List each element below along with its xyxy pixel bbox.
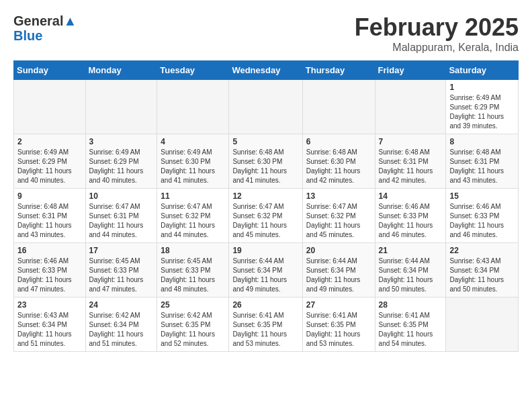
- calendar-cell: 18Sunrise: 6:45 AMSunset: 6:33 PMDayligh…: [157, 243, 229, 298]
- day-number: 24: [89, 300, 154, 310]
- calendar-cell: 1Sunrise: 6:49 AMSunset: 6:29 PMDaylight…: [446, 80, 519, 134]
- sunrise-text: Sunrise: 6:49 AM: [161, 148, 212, 156]
- calendar-header-thursday: Thursday: [302, 61, 375, 80]
- daylight-text: Daylight: 11 hours and 45 minutes.: [232, 222, 287, 238]
- calendar-table: SundayMondayTuesdayWednesdayThursdayFrid…: [13, 60, 519, 352]
- calendar-cell: 23Sunrise: 6:43 AMSunset: 6:34 PMDayligh…: [14, 298, 86, 352]
- calendar-cell: [375, 80, 446, 134]
- day-number: 27: [306, 300, 371, 310]
- calendar-week-row: 1Sunrise: 6:49 AMSunset: 6:29 PMDaylight…: [14, 80, 519, 134]
- daylight-text: Daylight: 11 hours and 39 minutes.: [449, 113, 504, 130]
- calendar-cell: 16Sunrise: 6:46 AMSunset: 6:33 PMDayligh…: [14, 243, 86, 298]
- sunrise-text: Sunrise: 6:44 AM: [232, 257, 283, 265]
- day-number: 14: [379, 191, 443, 201]
- calendar-header-tuesday: Tuesday: [157, 61, 229, 80]
- daylight-text: Daylight: 11 hours and 44 minutes.: [89, 222, 144, 238]
- day-info: Sunrise: 6:49 AMSunset: 6:30 PMDaylight:…: [161, 148, 225, 185]
- sunrise-text: Sunrise: 6:43 AM: [17, 312, 69, 319]
- day-info: Sunrise: 6:47 AMSunset: 6:31 PMDaylight:…: [89, 202, 154, 240]
- day-number: 7: [379, 137, 443, 146]
- day-info: Sunrise: 6:45 AMSunset: 6:33 PMDaylight:…: [89, 257, 154, 294]
- sunset-text: Sunset: 6:30 PM: [161, 158, 210, 165]
- sunset-text: Sunset: 6:31 PM: [89, 212, 139, 220]
- day-number: 25: [161, 300, 225, 310]
- day-info: Sunrise: 6:43 AMSunset: 6:34 PMDaylight:…: [449, 257, 515, 294]
- calendar-header-sunday: Sunday: [14, 61, 86, 80]
- month-title: February 2025: [355, 13, 519, 42]
- calendar-cell: 7Sunrise: 6:48 AMSunset: 6:31 PMDaylight…: [375, 134, 446, 189]
- daylight-text: Daylight: 11 hours and 41 minutes.: [161, 167, 215, 184]
- day-number: 10: [89, 191, 154, 201]
- day-number: 3: [89, 137, 154, 146]
- calendar-cell: [446, 298, 519, 352]
- sunrise-text: Sunrise: 6:43 AM: [449, 257, 500, 265]
- calendar-cell: 9Sunrise: 6:48 AMSunset: 6:31 PMDaylight…: [14, 189, 86, 243]
- day-number: 26: [232, 300, 298, 310]
- sunrise-text: Sunrise: 6:41 AM: [379, 312, 430, 319]
- sunrise-text: Sunrise: 6:46 AM: [17, 257, 69, 265]
- daylight-text: Daylight: 11 hours and 49 minutes.: [232, 276, 287, 293]
- daylight-text: Daylight: 11 hours and 45 minutes.: [306, 222, 361, 238]
- calendar-cell: 11Sunrise: 6:47 AMSunset: 6:32 PMDayligh…: [157, 189, 229, 243]
- calendar-cell: 4Sunrise: 6:49 AMSunset: 6:30 PMDaylight…: [157, 134, 229, 189]
- calendar-cell: 13Sunrise: 6:47 AMSunset: 6:32 PMDayligh…: [302, 189, 375, 243]
- day-number: 12: [232, 191, 298, 201]
- day-info: Sunrise: 6:47 AMSunset: 6:32 PMDaylight:…: [232, 202, 298, 240]
- day-number: 22: [449, 246, 515, 255]
- daylight-text: Daylight: 11 hours and 44 minutes.: [161, 222, 215, 238]
- logo: General▲ Blue: [13, 13, 77, 43]
- calendar-cell: 10Sunrise: 6:47 AMSunset: 6:31 PMDayligh…: [85, 189, 157, 243]
- calendar-cell: 2Sunrise: 6:49 AMSunset: 6:29 PMDaylight…: [14, 134, 86, 189]
- day-number: 1: [449, 83, 515, 92]
- sunrise-text: Sunrise: 6:47 AM: [232, 203, 283, 210]
- sunrise-text: Sunrise: 6:48 AM: [232, 148, 283, 156]
- daylight-text: Daylight: 11 hours and 46 minutes.: [449, 222, 504, 238]
- daylight-text: Daylight: 11 hours and 53 minutes.: [232, 330, 287, 347]
- sunrise-text: Sunrise: 6:47 AM: [89, 203, 140, 210]
- calendar-week-row: 16Sunrise: 6:46 AMSunset: 6:33 PMDayligh…: [14, 243, 519, 298]
- daylight-text: Daylight: 11 hours and 51 minutes.: [17, 330, 72, 347]
- daylight-text: Daylight: 11 hours and 48 minutes.: [161, 276, 215, 293]
- sunset-text: Sunset: 6:30 PM: [306, 158, 356, 165]
- day-number: 6: [306, 137, 371, 146]
- calendar-week-row: 2Sunrise: 6:49 AMSunset: 6:29 PMDaylight…: [14, 134, 519, 189]
- day-info: Sunrise: 6:49 AMSunset: 6:29 PMDaylight:…: [17, 148, 82, 185]
- sunrise-text: Sunrise: 6:47 AM: [306, 203, 357, 210]
- sunset-text: Sunset: 6:34 PM: [306, 267, 356, 274]
- calendar-cell: 12Sunrise: 6:47 AMSunset: 6:32 PMDayligh…: [229, 189, 302, 243]
- calendar-cell: 27Sunrise: 6:41 AMSunset: 6:35 PMDayligh…: [302, 298, 375, 352]
- sunrise-text: Sunrise: 6:48 AM: [379, 148, 430, 156]
- title-area: February 2025 Malappuram, Kerala, India: [355, 13, 519, 54]
- day-info: Sunrise: 6:48 AMSunset: 6:30 PMDaylight:…: [232, 148, 298, 185]
- calendar-header-wednesday: Wednesday: [229, 61, 302, 80]
- calendar-cell: 6Sunrise: 6:48 AMSunset: 6:30 PMDaylight…: [302, 134, 375, 189]
- sunset-text: Sunset: 6:33 PM: [449, 212, 499, 220]
- day-info: Sunrise: 6:46 AMSunset: 6:33 PMDaylight:…: [449, 202, 515, 240]
- calendar-header-row: SundayMondayTuesdayWednesdayThursdayFrid…: [14, 61, 519, 80]
- daylight-text: Daylight: 11 hours and 42 minutes.: [379, 167, 433, 184]
- sunset-text: Sunset: 6:34 PM: [17, 321, 67, 328]
- sunrise-text: Sunrise: 6:48 AM: [17, 203, 69, 210]
- sunset-text: Sunset: 6:32 PM: [232, 212, 282, 220]
- sunset-text: Sunset: 6:35 PM: [232, 321, 282, 328]
- sunrise-text: Sunrise: 6:49 AM: [17, 148, 69, 156]
- logo-blue-text: ▲: [63, 13, 77, 28]
- day-info: Sunrise: 6:46 AMSunset: 6:33 PMDaylight:…: [17, 257, 82, 294]
- sunset-text: Sunset: 6:35 PM: [306, 321, 356, 328]
- sunrise-text: Sunrise: 6:45 AM: [161, 257, 212, 265]
- sunrise-text: Sunrise: 6:44 AM: [379, 257, 430, 265]
- day-info: Sunrise: 6:44 AMSunset: 6:34 PMDaylight:…: [232, 257, 298, 294]
- sunrise-text: Sunrise: 6:49 AM: [449, 94, 500, 101]
- daylight-text: Daylight: 11 hours and 42 minutes.: [306, 167, 361, 184]
- calendar-cell: 24Sunrise: 6:42 AMSunset: 6:34 PMDayligh…: [85, 298, 157, 352]
- location-title: Malappuram, Kerala, India: [355, 42, 519, 54]
- sunrise-text: Sunrise: 6:42 AM: [161, 312, 212, 319]
- calendar-cell: [302, 80, 375, 134]
- calendar-week-row: 9Sunrise: 6:48 AMSunset: 6:31 PMDaylight…: [14, 189, 519, 243]
- day-info: Sunrise: 6:49 AMSunset: 6:29 PMDaylight:…: [89, 148, 154, 185]
- sunset-text: Sunset: 6:31 PM: [449, 158, 499, 165]
- calendar-header-saturday: Saturday: [446, 61, 519, 80]
- sunrise-text: Sunrise: 6:45 AM: [89, 257, 140, 265]
- day-number: 21: [379, 246, 443, 255]
- sunrise-text: Sunrise: 6:46 AM: [449, 203, 500, 210]
